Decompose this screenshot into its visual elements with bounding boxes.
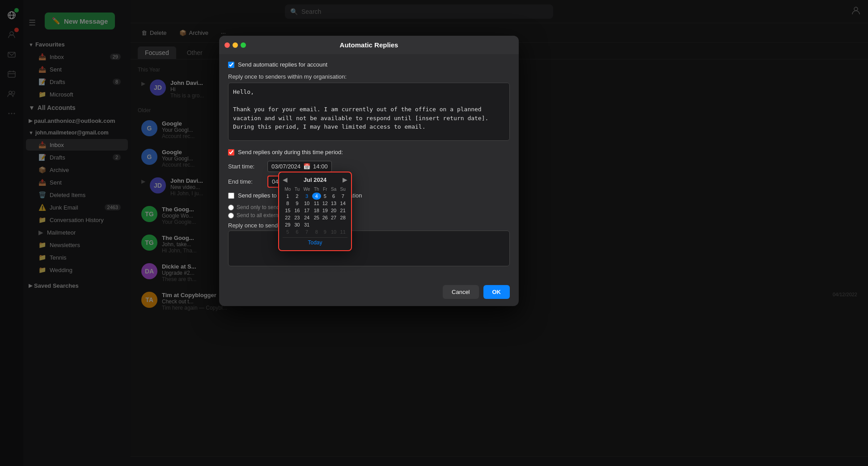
cal-th-th: Th bbox=[312, 186, 321, 193]
calendar-day bbox=[321, 221, 329, 228]
calendar-day[interactable]: 17 bbox=[301, 207, 312, 214]
cal-th-sa: Sa bbox=[329, 186, 339, 193]
ok-button[interactable]: OK bbox=[483, 285, 510, 299]
radio-contacts-row: Send only to senders in my Contacts bbox=[228, 204, 510, 210]
radio-all[interactable] bbox=[228, 213, 234, 218]
calendar-day[interactable]: 30 bbox=[293, 221, 301, 228]
cal-th-mo: Mo bbox=[283, 186, 293, 193]
calendar-day[interactable]: 7 bbox=[301, 228, 312, 235]
calendar-day[interactable]: 20 bbox=[329, 207, 339, 214]
calendar-day[interactable]: 29 bbox=[283, 221, 293, 228]
calendar-day bbox=[329, 221, 339, 228]
traffic-lights bbox=[224, 42, 246, 48]
send-outside-checkbox[interactable] bbox=[228, 193, 234, 199]
send-outside-row: Send replies to senders outside my organ… bbox=[228, 192, 510, 199]
calendar-day[interactable]: 26 bbox=[321, 214, 329, 221]
calendar-day[interactable]: 9 bbox=[321, 228, 329, 235]
calendar-next[interactable]: ▶ bbox=[343, 176, 347, 183]
end-time-label: End time: bbox=[228, 178, 264, 185]
reply-once-label: Reply once to senders within my organisa… bbox=[228, 73, 510, 80]
dialog-footer: Cancel OK bbox=[219, 280, 519, 306]
calendar-day[interactable]: 19 bbox=[321, 207, 329, 214]
close-button[interactable] bbox=[224, 42, 230, 48]
calendar-day[interactable]: 4 bbox=[312, 193, 321, 200]
calendar-popup: ◀ Jul 2024 ▶ Mo Tu We Th Fr Sa Su 123456… bbox=[278, 172, 352, 251]
calendar-day[interactable]: 22 bbox=[283, 214, 293, 221]
calendar-header: ◀ Jul 2024 ▶ bbox=[283, 176, 347, 183]
calendar-day[interactable]: 28 bbox=[338, 214, 347, 221]
send-checkbox-row: Send automatic replies for account bbox=[228, 61, 510, 68]
send-auto-label[interactable]: Send automatic replies for account bbox=[238, 61, 327, 68]
calendar-day[interactable]: 27 bbox=[329, 214, 339, 221]
calendar-day[interactable]: 13 bbox=[329, 200, 339, 207]
calendar-day[interactable]: 11 bbox=[338, 228, 347, 235]
calendar-day[interactable]: 5 bbox=[283, 228, 293, 235]
start-time-row: Start time: 03/07/2024 📅 14:00 bbox=[228, 161, 510, 172]
calendar-day[interactable]: 2 bbox=[293, 193, 301, 200]
send-auto-checkbox[interactable] bbox=[228, 62, 234, 68]
calendar-day[interactable]: 12 bbox=[321, 200, 329, 207]
calendar-day[interactable]: 6 bbox=[329, 193, 339, 200]
calendar-day[interactable]: 15 bbox=[283, 207, 293, 214]
time-period-checkbox[interactable] bbox=[228, 149, 234, 155]
calendar-today-button[interactable]: Today bbox=[283, 237, 347, 247]
cal-th-we: We bbox=[301, 186, 312, 193]
calendar-day[interactable]: 1 bbox=[283, 193, 293, 200]
time-period-checkbox-row: Send replies only during this time perio… bbox=[228, 149, 510, 155]
calendar-day[interactable]: 23 bbox=[293, 214, 301, 221]
calendar-day[interactable]: 11 bbox=[312, 200, 321, 207]
calendar-prev[interactable]: ◀ bbox=[283, 176, 288, 183]
dialog-body: Send automatic replies for account Reply… bbox=[219, 54, 519, 280]
calendar-day[interactable]: 18 bbox=[312, 207, 321, 214]
calendar-day[interactable]: 21 bbox=[338, 207, 347, 214]
start-calendar-icon[interactable]: 📅 bbox=[303, 163, 310, 170]
calendar-day[interactable]: 6 bbox=[293, 228, 301, 235]
calendar-day[interactable]: 16 bbox=[293, 207, 301, 214]
start-time-label: Start time: bbox=[228, 163, 264, 170]
radio-all-row: Send to all external senders bbox=[228, 212, 510, 218]
time-period-section: Send replies only during this time perio… bbox=[228, 149, 510, 188]
calendar-day[interactable]: 7 bbox=[338, 193, 347, 200]
calendar-day[interactable]: 9 bbox=[293, 200, 301, 207]
dialog-titlebar: Automatic Replies bbox=[219, 36, 519, 54]
cal-th-tu: Tu bbox=[293, 186, 301, 193]
calendar-day[interactable]: 25 bbox=[312, 214, 321, 221]
calendar-day[interactable]: 14 bbox=[338, 200, 347, 207]
calendar-day[interactable]: 31 bbox=[301, 221, 312, 228]
calendar-day[interactable]: 3 bbox=[301, 193, 312, 200]
calendar-day[interactable]: 8 bbox=[312, 228, 321, 235]
calendar-day bbox=[338, 221, 347, 228]
calendar-month: Jul 2024 bbox=[304, 176, 326, 183]
time-period-label[interactable]: Send replies only during this time perio… bbox=[238, 149, 343, 155]
radio-section: Send only to senders in my Contacts Send… bbox=[228, 204, 510, 218]
cal-th-su: Su bbox=[338, 186, 347, 193]
reply-textarea-inside[interactable]: Hello, Thank you for your email. I am cu… bbox=[228, 83, 510, 141]
cal-th-fr: Fr bbox=[321, 186, 329, 193]
calendar-grid: Mo Tu We Th Fr Sa Su 1234567891011121314… bbox=[283, 186, 347, 235]
maximize-button[interactable] bbox=[241, 42, 246, 48]
minimize-button[interactable] bbox=[233, 42, 238, 48]
calendar-day[interactable]: 10 bbox=[329, 228, 339, 235]
calendar-day bbox=[312, 221, 321, 228]
calendar-day[interactable]: 5 bbox=[321, 193, 329, 200]
dialog-title: Automatic Replies bbox=[340, 41, 398, 49]
reply-textarea-outside[interactable] bbox=[228, 231, 510, 266]
cancel-button[interactable]: Cancel bbox=[443, 285, 478, 299]
calendar-day[interactable]: 24 bbox=[301, 214, 312, 221]
radio-contacts[interactable] bbox=[228, 205, 234, 210]
reply-outside-label: Reply once to senders outside my organis… bbox=[228, 222, 510, 229]
start-date-input[interactable]: 03/07/2024 📅 14:00 bbox=[267, 161, 332, 172]
automatic-replies-dialog: Automatic Replies Send automatic replies… bbox=[219, 36, 519, 306]
calendar-day[interactable]: 8 bbox=[283, 200, 293, 207]
end-time-row: End time: 04/07/2024 📅 14:00 bbox=[228, 176, 510, 188]
calendar-day[interactable]: 10 bbox=[301, 200, 312, 207]
